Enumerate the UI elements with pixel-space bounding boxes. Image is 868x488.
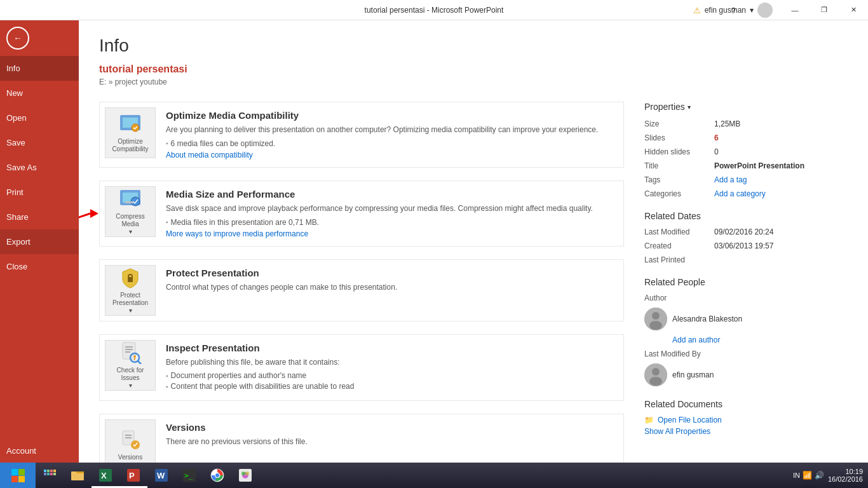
related-people-title: Related People [644, 277, 848, 287]
prop-created: Created 03/06/2013 19:57 [644, 241, 848, 250]
taskbar-app-chrome[interactable] [203, 463, 231, 488]
svg-line-3 [79, 214, 90, 223]
right-column: Properties ▾ Size 1,25MB Slides 6 Hidden… [644, 102, 848, 488]
sidebar-item-save[interactable]: Save [0, 130, 79, 155]
open-file-location-link[interactable]: 📁 Open File Location [644, 416, 848, 424]
sidebar: ← Info New Open Save Save As Print Share… [0, 20, 79, 488]
sidebar-item-print[interactable]: Print [0, 180, 79, 205]
svg-rect-13 [125, 346, 133, 348]
taskbar-app-excel[interactable]: X [92, 463, 119, 488]
taskbar-system-icons: IN 📶 🔊 [793, 471, 824, 480]
taskbar-app-word[interactable]: W [147, 463, 175, 488]
protect-section: Protect Presentation ▾ Protect Presentat… [99, 259, 624, 322]
author-name: Alesandra Blakeston [672, 315, 742, 323]
inspect-content: Inspect Presentation Before publishing t… [166, 340, 618, 396]
compress-icon-button[interactable]: Compress Media ▾ [105, 186, 156, 237]
taskbar-app-paint[interactable] [231, 463, 259, 488]
minimize-button[interactable]: — [780, 0, 810, 20]
optimize-section: Optimize Compatibility Optimize Media Co… [99, 102, 624, 168]
taskbar-apps: X P W >_ [36, 463, 259, 488]
prop-value-created: 03/06/2013 19:57 [714, 241, 773, 250]
svg-rect-22 [125, 437, 132, 438]
protect-content: Protect Presentation Control what types … [166, 265, 618, 299]
svg-rect-36 [50, 470, 53, 472]
file-name: tutorial persentasi [99, 64, 848, 75]
svg-text:W: W [157, 471, 165, 480]
svg-point-26 [649, 321, 662, 330]
protect-description: Control what types of changes people can… [166, 282, 618, 293]
sidebar-item-account[interactable]: Account [0, 438, 79, 463]
properties-title[interactable]: Properties ▾ [644, 102, 848, 112]
close-button[interactable]: ✕ [839, 0, 868, 20]
optimize-note-0: 6 media files can be optimized. [166, 139, 618, 148]
svg-rect-40 [50, 473, 53, 475]
protect-icon-label: Protect Presentation [105, 292, 155, 307]
sidebar-item-close[interactable]: Close [0, 254, 79, 279]
svg-rect-35 [47, 470, 50, 472]
prop-slides: Slides 6 [644, 133, 848, 142]
optimize-icon-button[interactable]: Optimize Compatibility [105, 107, 156, 158]
prop-value-hidden-slides: 0 [714, 147, 719, 156]
taskbar-app-powerpoint[interactable]: P [119, 463, 147, 488]
sidebar-item-export[interactable]: Export [0, 229, 79, 254]
add-author-link[interactable]: Add an author [672, 336, 848, 344]
network-icon: 📶 [803, 471, 812, 480]
prop-value-last-modified: 09/02/2016 20:24 [714, 227, 773, 236]
prop-value-tags[interactable]: Add a tag [714, 175, 747, 184]
start-button[interactable] [0, 463, 36, 488]
prop-last-modified-by-label: Last Modified By [644, 349, 848, 358]
last-modified-by-label: Last Modified By [644, 349, 714, 358]
inspect-icon-button[interactable]: Check for Issues ▾ [105, 340, 156, 391]
optimize-link[interactable]: About media compatibility [166, 151, 618, 159]
volume-icon[interactable]: 🔊 [815, 471, 824, 480]
sidebar-item-info[interactable]: Info [0, 56, 79, 81]
inspect-note-1: Content that people with disabilities ar… [166, 382, 618, 391]
compress-description: Save disk space and improve playback per… [166, 203, 618, 214]
maximize-button[interactable]: ❐ [810, 0, 839, 20]
prop-author-label: Author [644, 294, 848, 302]
sidebar-item-new[interactable]: New [0, 81, 79, 105]
svg-rect-15 [125, 351, 130, 353]
svg-point-56 [241, 471, 245, 475]
compress-link[interactable]: More ways to improve media performance [166, 229, 618, 238]
svg-rect-39 [47, 473, 50, 475]
svg-rect-31 [18, 469, 25, 475]
prop-label-last-printed: Last Printed [644, 255, 714, 264]
show-all-properties-link[interactable]: Show All Properties [644, 427, 848, 436]
taskbar-app-files[interactable] [64, 463, 92, 488]
sidebar-item-save-as[interactable]: Save As [0, 155, 79, 180]
inspect-icon-label: Check for Issues [105, 367, 155, 382]
prop-value-title: PowerPoint Presentation [714, 161, 804, 170]
svg-rect-14 [125, 349, 133, 350]
svg-marker-5 [90, 209, 98, 218]
svg-text:P: P [129, 471, 135, 480]
prop-categories: Categories Add a category [644, 189, 848, 198]
svg-rect-32 [11, 476, 18, 482]
author-row: Alesandra Blakeston [644, 308, 848, 330]
compress-note-0: Media files in this presentation are 0,7… [166, 218, 618, 227]
svg-rect-34 [44, 470, 46, 472]
last-modified-row: efin gusman [644, 363, 848, 386]
related-documents-title: Related Documents [644, 399, 848, 409]
file-path: E: » project youtube [99, 78, 848, 86]
taskbar: X P W >_ [0, 463, 868, 488]
protect-icon-button[interactable]: Protect Presentation ▾ [105, 265, 156, 316]
optimize-content: Optimize Media Compatibility Are you pla… [166, 107, 618, 162]
sidebar-item-share[interactable]: Share [0, 205, 79, 229]
taskbar-app-grid[interactable] [36, 463, 64, 488]
back-button[interactable]: ← [0, 20, 36, 56]
prop-label-size: Size [644, 119, 714, 128]
content-area: Info tutorial persentasi E: » project yo… [79, 20, 868, 488]
taskbar-app-terminal[interactable]: >_ [175, 463, 203, 488]
prop-label-tags: Tags [644, 175, 714, 184]
svg-point-53 [215, 473, 219, 477]
svg-point-28 [652, 368, 660, 376]
taskbar-time: 10:19 [828, 468, 863, 475]
inspect-title: Inspect Presentation [166, 342, 618, 353]
svg-rect-21 [125, 435, 132, 436]
svg-rect-12 [123, 342, 135, 359]
sidebar-item-open[interactable]: Open [0, 105, 79, 130]
user-dropdown-icon[interactable]: ▾ [750, 6, 754, 15]
prop-value-categories[interactable]: Add a category [714, 189, 766, 198]
versions-icon-label: Versions [117, 454, 144, 461]
